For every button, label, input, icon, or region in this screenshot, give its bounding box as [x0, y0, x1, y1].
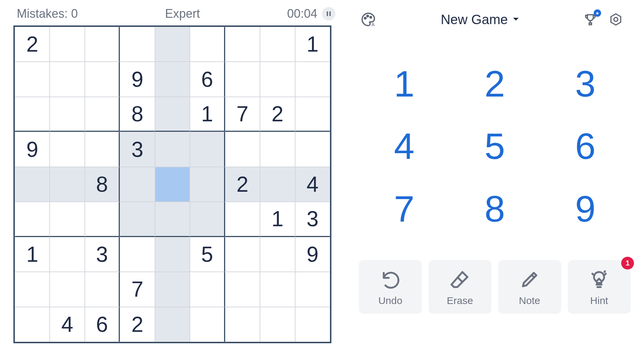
sudoku-cell[interactable] — [155, 132, 190, 167]
sudoku-cell[interactable] — [50, 27, 85, 62]
sudoku-cell[interactable] — [15, 272, 50, 307]
sudoku-cell[interactable]: 9 — [120, 62, 155, 97]
sudoku-cell[interactable] — [15, 167, 50, 202]
sudoku-cell[interactable]: 9 — [15, 132, 50, 167]
sudoku-cell[interactable] — [155, 237, 190, 272]
sudoku-cell[interactable]: 4 — [50, 307, 85, 342]
sudoku-cell[interactable] — [260, 62, 295, 97]
pause-button[interactable] — [322, 7, 335, 20]
sudoku-cell[interactable] — [260, 307, 295, 342]
sudoku-cell[interactable] — [155, 202, 190, 237]
sudoku-cell[interactable]: 2 — [15, 27, 50, 62]
sudoku-cell[interactable]: 3 — [85, 237, 120, 272]
sudoku-cell[interactable]: 6 — [85, 307, 120, 342]
sudoku-cell[interactable]: 8 — [120, 97, 155, 132]
sudoku-cell[interactable] — [85, 97, 120, 132]
sudoku-cell[interactable] — [15, 62, 50, 97]
note-button[interactable]: Note — [498, 260, 561, 314]
sudoku-cell[interactable] — [120, 237, 155, 272]
numpad-1[interactable]: 1 — [359, 52, 449, 115]
sudoku-cell[interactable] — [120, 27, 155, 62]
sudoku-cell[interactable]: 8 — [85, 167, 120, 202]
sudoku-cell[interactable] — [155, 272, 190, 307]
theme-button[interactable]: A — [359, 10, 378, 29]
new-game-button[interactable]: New Game — [441, 12, 519, 27]
sudoku-cell[interactable]: 1 — [15, 237, 50, 272]
sudoku-cell[interactable] — [50, 132, 85, 167]
undo-button[interactable]: Undo — [359, 260, 422, 314]
sudoku-cell[interactable]: 4 — [295, 167, 330, 202]
numpad-7[interactable]: 7 — [359, 177, 449, 240]
sudoku-cell[interactable] — [295, 62, 330, 97]
numpad-5[interactable]: 5 — [449, 115, 540, 178]
sudoku-cell[interactable] — [295, 132, 330, 167]
sudoku-cell[interactable]: 2 — [225, 167, 260, 202]
sudoku-cell[interactable]: 5 — [190, 237, 225, 272]
numpad-3[interactable]: 3 — [540, 52, 631, 115]
sudoku-cell[interactable] — [260, 237, 295, 272]
sudoku-cell[interactable] — [295, 97, 330, 132]
sudoku-cell[interactable] — [225, 27, 260, 62]
hint-button[interactable]: Hint 1 — [568, 260, 631, 314]
sudoku-cell[interactable] — [295, 272, 330, 307]
sudoku-cell[interactable] — [190, 272, 225, 307]
sudoku-cell[interactable]: 3 — [120, 132, 155, 167]
sudoku-cell[interactable]: 7 — [120, 272, 155, 307]
sudoku-board: 21968172938241313597462 — [13, 25, 331, 343]
sudoku-cell[interactable] — [155, 307, 190, 342]
trophy-button[interactable]: ★ — [582, 11, 598, 27]
sudoku-cell[interactable] — [190, 307, 225, 342]
sudoku-cell[interactable] — [155, 167, 190, 202]
sudoku-cell[interactable] — [260, 27, 295, 62]
sudoku-cell[interactable]: 1 — [190, 97, 225, 132]
erase-button[interactable]: Erase — [429, 260, 492, 314]
sudoku-cell[interactable] — [190, 27, 225, 62]
sudoku-cell[interactable] — [260, 132, 295, 167]
sudoku-cell[interactable] — [50, 272, 85, 307]
sudoku-cell[interactable] — [15, 97, 50, 132]
numpad-6[interactable]: 6 — [540, 115, 631, 178]
sudoku-cell[interactable] — [190, 132, 225, 167]
sudoku-cell[interactable] — [85, 27, 120, 62]
sudoku-cell[interactable] — [155, 97, 190, 132]
sudoku-cell[interactable]: 1 — [295, 27, 330, 62]
numpad-2[interactable]: 2 — [449, 52, 540, 115]
sudoku-cell[interactable] — [225, 237, 260, 272]
sudoku-cell[interactable]: 2 — [260, 97, 295, 132]
sudoku-cell[interactable] — [50, 237, 85, 272]
sudoku-cell[interactable] — [50, 167, 85, 202]
sudoku-cell[interactable] — [225, 272, 260, 307]
sudoku-cell[interactable] — [190, 202, 225, 237]
sudoku-cell[interactable] — [85, 272, 120, 307]
sudoku-cell[interactable]: 9 — [295, 237, 330, 272]
sudoku-cell[interactable] — [225, 202, 260, 237]
sudoku-cell[interactable] — [225, 62, 260, 97]
settings-button[interactable] — [608, 11, 624, 27]
sudoku-cell[interactable] — [50, 97, 85, 132]
sudoku-cell[interactable]: 2 — [120, 307, 155, 342]
sudoku-cell[interactable] — [85, 132, 120, 167]
sudoku-cell[interactable] — [120, 167, 155, 202]
sudoku-cell[interactable] — [50, 202, 85, 237]
numpad-8[interactable]: 8 — [449, 177, 540, 240]
sudoku-cell[interactable] — [15, 202, 50, 237]
sudoku-cell[interactable] — [85, 62, 120, 97]
sudoku-cell[interactable] — [120, 202, 155, 237]
sudoku-cell[interactable] — [260, 272, 295, 307]
sudoku-cell[interactable] — [15, 307, 50, 342]
sudoku-cell[interactable] — [295, 307, 330, 342]
numpad-4[interactable]: 4 — [359, 115, 449, 178]
numpad-9[interactable]: 9 — [540, 177, 631, 240]
sudoku-cell[interactable] — [50, 62, 85, 97]
sudoku-cell[interactable] — [190, 167, 225, 202]
sudoku-cell[interactable]: 1 — [260, 202, 295, 237]
sudoku-cell[interactable] — [225, 132, 260, 167]
sudoku-cell[interactable]: 3 — [295, 202, 330, 237]
sudoku-cell[interactable] — [155, 62, 190, 97]
sudoku-cell[interactable]: 7 — [225, 97, 260, 132]
sudoku-cell[interactable] — [85, 202, 120, 237]
sudoku-cell[interactable] — [260, 167, 295, 202]
sudoku-cell[interactable] — [225, 307, 260, 342]
sudoku-cell[interactable]: 6 — [190, 62, 225, 97]
sudoku-cell[interactable] — [155, 27, 190, 62]
